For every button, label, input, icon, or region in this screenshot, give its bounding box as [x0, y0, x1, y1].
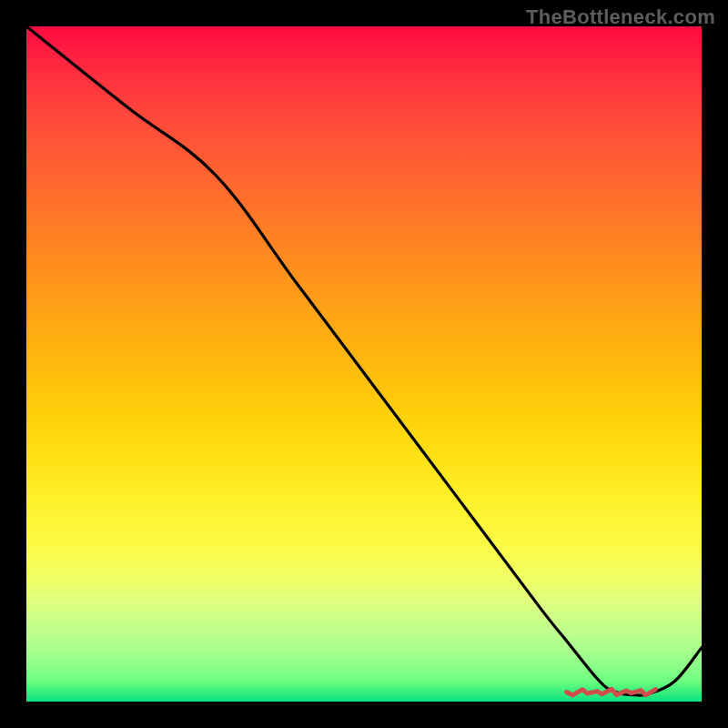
bottom-scribble-annotation: [567, 689, 656, 695]
watermark-text: TheBottleneck.com: [526, 5, 715, 29]
chart-svg: [26, 26, 702, 702]
bottleneck-curve: [26, 26, 702, 695]
plot-area: [26, 26, 702, 702]
chart-frame: TheBottleneck.com: [0, 0, 728, 728]
